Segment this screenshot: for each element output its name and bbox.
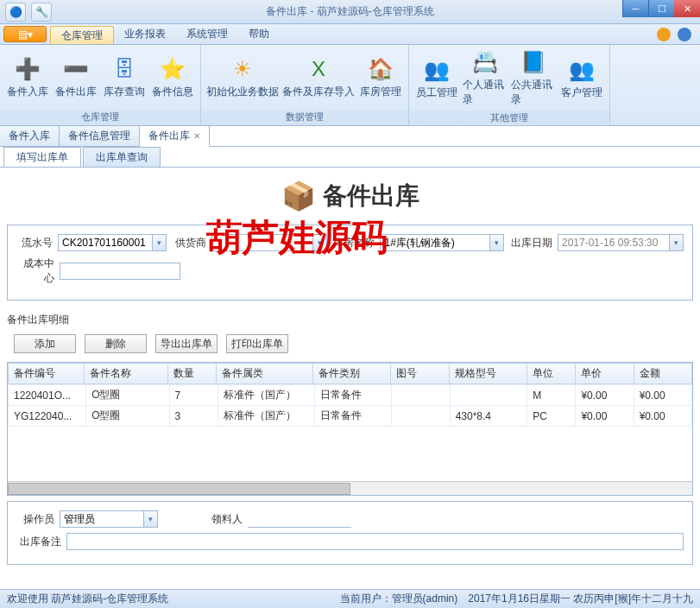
ribbon-icon: ⭐ <box>159 55 186 83</box>
column-header[interactable]: 图号 <box>391 364 450 384</box>
ribbon-button-备件及库存导入[interactable]: X备件及库存导入 <box>281 47 356 108</box>
column-header[interactable]: 金额 <box>634 364 692 384</box>
ribbon-icon: 🗄 <box>110 55 138 83</box>
ribbon-button-个人通讯录[interactable]: 📇个人通讯录 <box>461 47 509 109</box>
column-header[interactable]: 单位 <box>527 364 575 384</box>
ribbon-button-初始化业务数据[interactable]: ☀初始化业务数据 <box>205 47 281 108</box>
column-header[interactable]: 备件名称 <box>84 364 167 384</box>
ribbon-icon: 👥 <box>568 56 596 84</box>
horizontal-scrollbar[interactable] <box>8 481 692 495</box>
serial-input[interactable] <box>59 235 152 250</box>
ribbon-button-备件入库[interactable]: ➕备件入库 <box>3 47 52 108</box>
cell <box>392 385 450 406</box>
button-打印出库单[interactable]: 打印出库单 <box>226 334 288 353</box>
cell: 标准件（国产） <box>218 406 314 427</box>
cell: O型圈 <box>86 406 169 427</box>
close-button[interactable]: ✕ <box>674 0 700 17</box>
ribbon-group-1: ☀初始化业务数据X备件及库存导入🏠库房管理数据管理 <box>201 45 409 125</box>
ribbon-group-0: ➕备件入库➖备件出库🗄库存查询⭐备件信息仓库管理 <box>0 45 201 125</box>
remark-label: 出库备注 <box>16 535 61 549</box>
date-label: 出库日期 <box>508 236 552 250</box>
document-tabs: 备件入库备件信息管理备件出库✕ <box>0 126 700 147</box>
quick-access-toolbar: 🔵 🔧 <box>0 3 57 22</box>
operator-dropdown-button[interactable]: ▾ <box>143 511 157 527</box>
menu-item-2[interactable]: 系统管理 <box>176 24 238 44</box>
qat-button-2[interactable]: 🔧 <box>31 3 52 22</box>
ribbon-button-客户管理[interactable]: 👥客户管理 <box>558 47 606 109</box>
cell: 430*8.4 <box>450 406 527 427</box>
ribbon-button-label: 备件入库 <box>7 85 48 99</box>
menu-item-1[interactable]: 业务报表 <box>114 24 176 44</box>
column-header[interactable]: 规格型号 <box>449 364 527 384</box>
ribbon-button-label: 备件出库 <box>55 85 97 99</box>
tab-备件信息管理[interactable]: 备件信息管理 <box>60 126 140 146</box>
footer-form: 操作员 ▾ 领料人 出库备注 <box>7 501 693 565</box>
subtab-填写出库单[interactable]: 填写出库单 <box>3 147 81 167</box>
operator-label: 操作员 <box>16 512 54 527</box>
cell: ¥0.00 <box>634 385 691 406</box>
column-header[interactable]: 单价 <box>576 364 634 384</box>
serial-dropdown-button[interactable]: ▾ <box>152 235 166 250</box>
menu-bar: ▤▾ 仓库管理业务报表系统管理帮助 <box>0 24 700 45</box>
column-header[interactable]: 数量 <box>167 364 216 384</box>
cost-input[interactable] <box>60 263 180 280</box>
supplier-input[interactable] <box>212 235 312 250</box>
column-header[interactable]: 备件编号 <box>9 364 85 384</box>
info-icon[interactable] <box>678 28 691 41</box>
ribbon-button-公共通讯录[interactable]: 📘公共通讯录 <box>509 47 558 109</box>
qat-button-1[interactable]: 🔵 <box>5 3 26 22</box>
ribbon-button-员工管理[interactable]: 👥员工管理 <box>413 47 461 109</box>
warehouse-input[interactable] <box>381 235 489 250</box>
maximize-button[interactable]: ☐ <box>648 0 674 17</box>
cell: 标准件（国产） <box>218 385 314 406</box>
cell: YG122040... <box>9 406 86 427</box>
ribbon-button-label: 备件及库存导入 <box>282 85 355 99</box>
ribbon-icon: ☀ <box>229 55 256 83</box>
file-menu[interactable]: ▤▾ <box>3 26 47 42</box>
ribbon-button-库房管理[interactable]: 🏠库房管理 <box>356 47 405 108</box>
subtab-出库单查询[interactable]: 出库单查询 <box>83 147 161 167</box>
header-form: 葫芦娃源码 流水号 ▾ 供货商 ▾ 库房名称 ▾ 出库日期 ▾ 成本中心 <box>7 225 693 301</box>
button-删除[interactable]: 删除 <box>85 334 147 353</box>
table-row[interactable]: 1220401O...O型圈7标准件（国产）日常备件M¥0.00¥0.00 <box>9 385 692 406</box>
tab-close-icon[interactable]: ✕ <box>193 131 200 141</box>
cell: 1220401O... <box>9 385 86 406</box>
supplier-dropdown-button[interactable]: ▾ <box>312 235 326 250</box>
date-dropdown-button[interactable]: ▾ <box>669 235 683 250</box>
help-icon[interactable] <box>657 28 671 41</box>
ribbon-button-库存查询[interactable]: 🗄库存查询 <box>100 47 148 108</box>
cell: 日常备件 <box>314 406 392 427</box>
detail-buttons: 添加删除导出出库单打印出库单 <box>7 331 693 357</box>
status-user: 当前用户：管理员(admin) <box>340 592 458 606</box>
button-添加[interactable]: 添加 <box>14 334 76 353</box>
ribbon-button-备件信息[interactable]: ⭐备件信息 <box>148 47 197 108</box>
ribbon-button-label: 个人通讯录 <box>463 78 508 107</box>
ribbon-button-label: 初始化业务数据 <box>206 85 279 99</box>
status-date: 2017年1月16日星期一 农历丙申[猴]年十二月十九 <box>468 592 693 606</box>
cell: 日常备件 <box>314 385 392 406</box>
menu-item-0[interactable]: 仓库管理 <box>50 26 114 44</box>
detail-grid: 备件编号备件名称数量备件属类备件类别图号规格型号单位单价金额 1220401O.… <box>7 362 693 496</box>
picker-input[interactable] <box>248 510 351 528</box>
remark-input[interactable] <box>66 533 684 550</box>
minimize-button[interactable]: ─ <box>622 0 648 17</box>
cell: O型圈 <box>86 385 169 406</box>
cell: 3 <box>169 406 218 427</box>
serial-label: 流水号 <box>16 236 53 250</box>
cell: PC <box>527 406 576 427</box>
date-input[interactable] <box>558 235 669 250</box>
button-导出出库单[interactable]: 导出出库单 <box>155 334 218 353</box>
tab-备件出库[interactable]: 备件出库✕ <box>140 126 210 147</box>
table-row[interactable]: YG122040...O型圈3标准件（国产）日常备件430*8.4PC¥0.00… <box>9 406 692 427</box>
window-controls: ─ ☐ ✕ <box>622 0 700 17</box>
menu-item-3[interactable]: 帮助 <box>238 24 280 44</box>
tab-备件入库[interactable]: 备件入库 <box>0 126 60 146</box>
ribbon-button-备件出库[interactable]: ➖备件出库 <box>52 47 100 108</box>
ribbon-icon: ➕ <box>14 55 41 83</box>
ribbon-icon: 📇 <box>471 48 499 76</box>
warehouse-dropdown-button[interactable]: ▾ <box>489 235 503 250</box>
ribbon-icon: 🏠 <box>367 55 394 83</box>
column-header[interactable]: 备件类别 <box>313 364 391 384</box>
column-header[interactable]: 备件属类 <box>216 364 313 384</box>
operator-input[interactable] <box>60 511 143 527</box>
